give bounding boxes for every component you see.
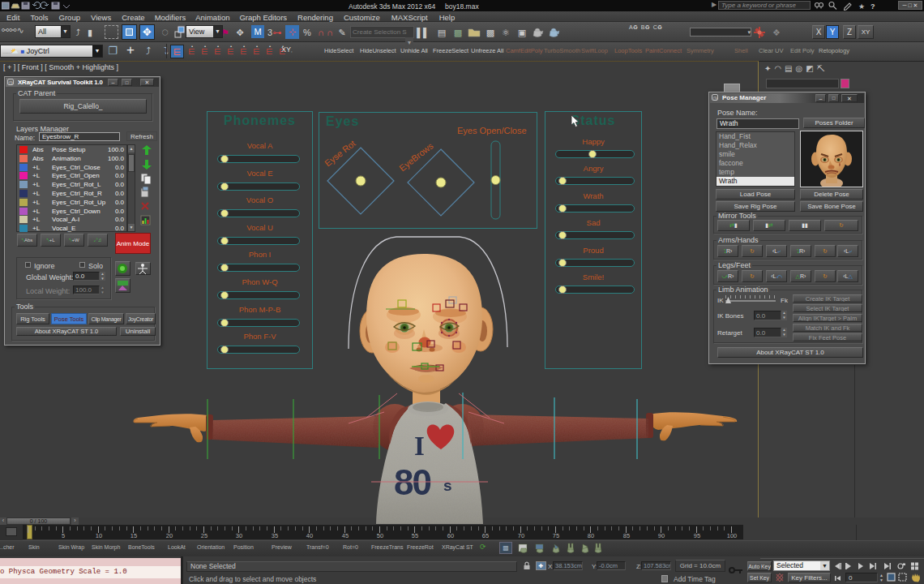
svg-text:Eyse Rot: Eyse Rot: [323, 138, 357, 168]
svg-text:I: I: [414, 432, 425, 461]
svg-text:★: ★: [858, 2, 865, 11]
svg-text:?: ?: [871, 2, 875, 11]
svg-text:EyeBrows: EyeBrows: [397, 140, 435, 173]
svg-text:s: s: [443, 477, 452, 494]
